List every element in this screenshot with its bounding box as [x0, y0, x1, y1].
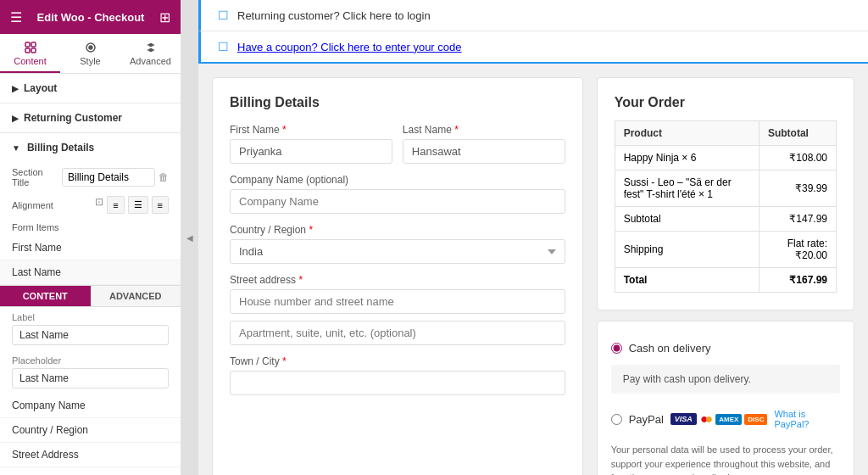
- sidebar-header: ☰ Edit Woo - Checkout ⊞: [0, 0, 181, 34]
- last-name-input[interactable]: [403, 139, 565, 164]
- first-name-group: First Name *: [230, 124, 392, 164]
- billing-card: Billing Details First Name * Last Name *: [212, 77, 583, 475]
- privacy-text: Your personal data will be used to proce…: [611, 443, 840, 475]
- shipping-value: Flat rate: ₹20.00: [759, 232, 836, 268]
- tab-style[interactable]: Style: [60, 34, 120, 73]
- chevron-down-icon: ▼: [12, 143, 20, 153]
- order-title: Your Order: [615, 95, 837, 110]
- section-layout-header[interactable]: ▶ Layout: [0, 74, 181, 103]
- align-center-button[interactable]: ☰: [128, 196, 148, 214]
- sidebar-tabs: Content Style Advanced: [0, 34, 181, 74]
- subtotal-row: Subtotal ₹147.99: [615, 207, 836, 232]
- placeholder-input[interactable]: [12, 368, 169, 388]
- alignment-label: Alignment: [12, 200, 53, 210]
- grid-icon[interactable]: ⊞: [159, 9, 170, 25]
- billing-title: Billing Details: [230, 95, 565, 110]
- align-left-button[interactable]: ≡: [107, 196, 124, 214]
- discover-logo: DISC: [744, 414, 767, 425]
- align-right-button[interactable]: ≡: [152, 196, 169, 214]
- total-value: ₹167.99: [759, 268, 836, 293]
- section-title-row: Section Title 🗑: [0, 162, 181, 193]
- cod-radio[interactable]: [611, 343, 622, 354]
- order-item-2: Sussi - Leo – "Sä er der fest" T-shirt l…: [615, 170, 836, 207]
- country-group: Country / Region * India: [230, 224, 565, 264]
- svg-rect-2: [25, 48, 30, 53]
- section-returning-customer: ▶ Returning Customer: [0, 103, 181, 133]
- cod-description: Pay with cash upon delivery.: [611, 365, 840, 394]
- content-advanced-tabs: CONTENT ADVANCED: [0, 285, 181, 307]
- visa-logo: VISA: [670, 413, 697, 425]
- sidebar-body: ▶ Layout ▶ Returning Customer ▼ Billing …: [0, 74, 181, 475]
- what-is-paypal[interactable]: What is PayPal?: [774, 409, 840, 429]
- cod-label[interactable]: Cash on delivery: [629, 342, 711, 355]
- notice-coupon[interactable]: ☐ Have a coupon? Click here to enter you…: [198, 31, 868, 64]
- city-label: Town / City *: [230, 355, 565, 367]
- city-group: Town / City *: [230, 355, 565, 395]
- street-2-input[interactable]: [230, 321, 565, 345]
- sidebar: ☰ Edit Woo - Checkout ⊞ Content Style Ad…: [0, 0, 181, 475]
- order-table: Product Subtotal Happy Ninja × 6 ₹108.00…: [615, 120, 837, 293]
- subtotal-label: Subtotal: [615, 207, 759, 232]
- sidebar-title: Edit Woo - Checkout: [37, 11, 145, 24]
- form-item-postcode[interactable]: Post Code: [0, 467, 181, 475]
- form-item-country[interactable]: Country / Region: [0, 418, 181, 443]
- item-1-subtotal: ₹108.00: [759, 146, 836, 170]
- shipping-row: Shipping Flat rate: ₹20.00: [615, 232, 836, 268]
- svg-rect-3: [31, 48, 36, 53]
- form-item-first-name[interactable]: First Name: [0, 236, 181, 260]
- label-field-label: Label: [12, 312, 169, 322]
- form-item-street[interactable]: Street Address: [0, 443, 181, 467]
- last-name-label: Last Name *: [403, 124, 565, 136]
- paypal-logos: VISA ●● AMEX DISC: [670, 411, 768, 427]
- col-subtotal: Subtotal: [759, 121, 836, 146]
- right-column: Your Order Product Subtotal Happy Ninja …: [597, 77, 854, 475]
- amex-logo: AMEX: [715, 414, 742, 425]
- section-title-input[interactable]: [62, 168, 155, 187]
- collapse-handle[interactable]: ◀: [181, 0, 198, 475]
- ca-tab-content[interactable]: CONTENT: [0, 286, 91, 306]
- order-item-1: Happy Ninja × 6 ₹108.00: [615, 146, 836, 170]
- mastercard-logo-2: ●: [705, 411, 714, 427]
- trash-icon[interactable]: 🗑: [159, 171, 169, 183]
- total-row: Total ₹167.99: [615, 268, 836, 293]
- paypal-label[interactable]: PayPal: [629, 413, 664, 426]
- label-input[interactable]: [12, 325, 169, 345]
- svg-rect-0: [25, 42, 30, 47]
- collapse-icon: ◀: [186, 233, 195, 243]
- tab-advanced[interactable]: Advanced: [120, 34, 181, 73]
- form-item-last-name[interactable]: Last Name: [0, 260, 181, 285]
- subtotal-value: ₹147.99: [759, 207, 836, 232]
- cod-option: Cash on delivery: [611, 335, 840, 361]
- coupon-link[interactable]: Have a coupon? Click here to enter your …: [237, 41, 462, 53]
- country-select[interactable]: India: [230, 239, 565, 264]
- tab-content[interactable]: Content: [0, 34, 60, 73]
- notice-returning[interactable]: ☐ Returning customer? Click here to logi…: [198, 0, 868, 31]
- first-name-input[interactable]: [230, 139, 392, 164]
- hamburger-icon[interactable]: ☰: [10, 9, 22, 25]
- street-input[interactable]: [230, 289, 565, 314]
- section-layout: ▶ Layout: [0, 74, 181, 103]
- payment-section: Cash on delivery Pay with cash upon deli…: [597, 321, 854, 475]
- paypal-radio[interactable]: [611, 414, 622, 425]
- last-name-group: Last Name *: [403, 124, 565, 164]
- company-input[interactable]: [230, 189, 565, 214]
- chevron-right-icon: ▶: [12, 84, 19, 93]
- returning-customer-link[interactable]: Returning customer? Click here to login: [237, 9, 431, 22]
- section-billing-header[interactable]: ▼ Billing Details: [0, 133, 181, 162]
- notice-icon-1: ☐: [218, 8, 229, 22]
- item-1-product: Happy Ninja × 6: [615, 146, 759, 170]
- item-2-subtotal: ₹39.99: [759, 170, 836, 207]
- form-item-company-name[interactable]: Company Name: [0, 394, 181, 418]
- align-icon: ⊡: [95, 196, 103, 214]
- main-area: ☐ Returning customer? Click here to logi…: [198, 0, 868, 475]
- first-name-label: First Name *: [230, 124, 392, 136]
- name-fields: First Name * Last Name *: [230, 124, 565, 164]
- form-items-label: Form Items: [0, 217, 181, 236]
- city-input[interactable]: [230, 371, 565, 395]
- order-card: Your Order Product Subtotal Happy Ninja …: [597, 77, 854, 310]
- ca-tab-advanced[interactable]: ADVANCED: [91, 286, 181, 306]
- section-returning-header[interactable]: ▶ Returning Customer: [0, 103, 181, 132]
- col-product: Product: [615, 121, 759, 146]
- notice-icon-2: ☐: [218, 40, 229, 53]
- paypal-label-wrap: PayPal VISA ●● AMEX DISC What is PayPal?: [629, 409, 840, 429]
